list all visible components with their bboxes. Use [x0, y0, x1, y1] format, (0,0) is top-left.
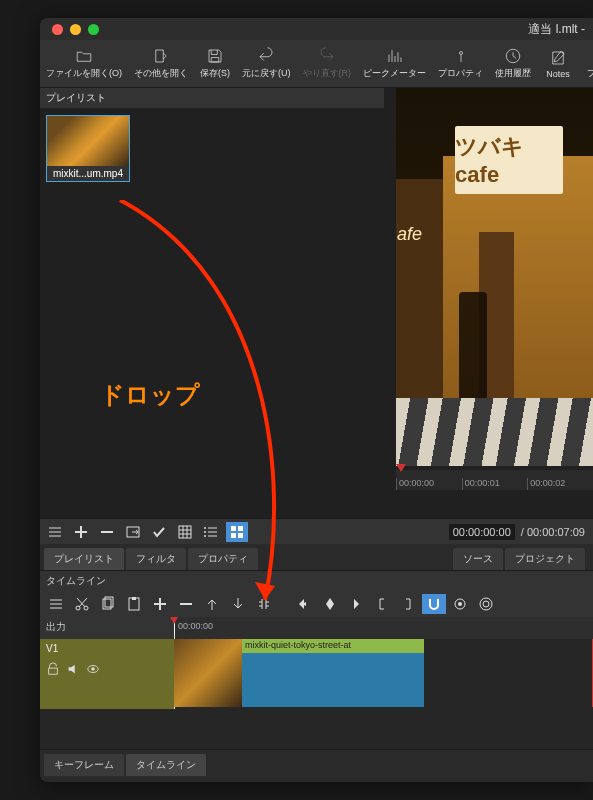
- svg-point-20: [480, 598, 492, 610]
- tab-keyframe[interactable]: キーフレーム: [44, 754, 124, 776]
- open-other-button[interactable]: その他を開く: [128, 40, 194, 87]
- peak-meter-button[interactable]: ピークメーター: [357, 40, 432, 87]
- svg-point-22: [91, 667, 95, 671]
- playlist-item[interactable]: mixkit...um.mp4: [46, 115, 130, 182]
- playhead-icon[interactable]: [396, 464, 406, 472]
- bracket-in-icon[interactable]: [370, 594, 394, 614]
- current-timecode[interactable]: 00:00:00:00: [449, 524, 515, 540]
- svg-rect-7: [231, 526, 236, 531]
- tab-source[interactable]: ソース: [453, 548, 503, 570]
- marker-icon[interactable]: [318, 594, 342, 614]
- playlist-item-name: mixkit...um.mp4: [47, 166, 129, 181]
- preview-sign: ツバキcafe: [455, 126, 563, 194]
- titlebar: 適当 l.mlt -: [40, 18, 593, 40]
- total-timecode: / 00:00:07:09: [521, 526, 585, 538]
- notes-button[interactable]: Notes: [537, 40, 579, 87]
- history-button[interactable]: 使用履歴: [489, 40, 537, 87]
- playlist-thumbnail: [47, 116, 129, 166]
- output-label: 出力: [40, 617, 174, 639]
- properties-button[interactable]: プロパティ: [432, 40, 489, 87]
- svg-point-18: [458, 602, 462, 606]
- playlist-panel[interactable]: mixkit...um.mp4 ドロップ: [40, 109, 384, 518]
- svg-point-19: [483, 601, 489, 607]
- playlist-toolbar-button[interactable]: プレイ: [579, 40, 593, 87]
- mute-icon[interactable]: [66, 662, 80, 676]
- ripple-icon[interactable]: [474, 594, 498, 614]
- tab-project[interactable]: プロジェクト: [505, 548, 585, 570]
- tab-playlist[interactable]: プレイリスト: [44, 548, 124, 570]
- open-file-button[interactable]: ファイルを開く(O): [40, 40, 128, 87]
- svg-rect-9: [231, 533, 236, 538]
- redo-button[interactable]: やり直す(R): [297, 40, 358, 87]
- maximize-window[interactable]: [88, 24, 99, 35]
- svg-point-6: [204, 535, 206, 537]
- list-view-button[interactable]: [200, 522, 222, 542]
- clip-label: mixkit-quiet-tokyo-street-at: [242, 639, 424, 653]
- clip-thumbnail: [174, 639, 242, 707]
- tab-properties[interactable]: プロパティ: [188, 548, 258, 570]
- minimize-window[interactable]: [70, 24, 81, 35]
- marker-prev-icon[interactable]: [292, 594, 316, 614]
- track-header[interactable]: V1: [40, 639, 174, 709]
- preview-monitor[interactable]: afe ツバキcafe: [396, 88, 593, 466]
- copy-icon[interactable]: [96, 594, 120, 614]
- timeline-toolbar: [40, 591, 593, 617]
- svg-point-4: [204, 527, 206, 529]
- svg-rect-8: [238, 526, 243, 531]
- svg-point-0: [459, 52, 462, 55]
- timeline-remove-button[interactable]: [174, 594, 198, 614]
- timeline-title: タイムライン: [40, 570, 593, 591]
- menu-icon[interactable]: [44, 522, 66, 542]
- playlist-panel-title: プレイリスト: [40, 88, 384, 109]
- close-window[interactable]: [52, 24, 63, 35]
- tab-timeline[interactable]: タイムライン: [126, 754, 206, 776]
- undo-button[interactable]: 元に戻す(U): [236, 40, 297, 87]
- lock-icon[interactable]: [46, 662, 60, 676]
- timeline-ruler[interactable]: 00:00:00: [174, 617, 593, 639]
- save-button[interactable]: 保存(S): [194, 40, 236, 87]
- snap-icon[interactable]: [422, 594, 446, 614]
- drop-annotation: ドロップ: [100, 379, 200, 411]
- timeline-add-button[interactable]: [148, 594, 172, 614]
- check-button[interactable]: [148, 522, 170, 542]
- grid-view-button[interactable]: [174, 522, 196, 542]
- cut-icon[interactable]: [70, 594, 94, 614]
- preview-ruler[interactable]: 00:00:00 00:00:01 00:00:02: [396, 470, 593, 490]
- tile-view-button[interactable]: [226, 522, 248, 542]
- main-toolbar: ファイルを開く(O) その他を開く 保存(S) 元に戻す(U) やり直す(R) …: [40, 40, 593, 88]
- scrub-icon[interactable]: [448, 594, 472, 614]
- svg-point-5: [204, 531, 206, 533]
- svg-rect-3: [179, 526, 191, 538]
- timecode-display: 00:00:00:00 / 00:00:07:09: [441, 524, 593, 540]
- timeline-clip[interactable]: mixkit-quiet-tokyo-street-at: [174, 639, 424, 707]
- bracket-out-icon[interactable]: [396, 594, 420, 614]
- remove-button[interactable]: [96, 522, 118, 542]
- tab-filter[interactable]: フィルタ: [126, 548, 186, 570]
- lift-button[interactable]: [200, 594, 224, 614]
- add-button[interactable]: [70, 522, 92, 542]
- insert-button[interactable]: [122, 522, 144, 542]
- timeline-tracks[interactable]: 00:00:00 mixkit-quiet-tokyo-street-at: [174, 617, 593, 709]
- svg-rect-16: [132, 597, 136, 600]
- svg-rect-10: [238, 533, 243, 538]
- track-name: V1: [46, 643, 168, 654]
- marker-next-icon[interactable]: [344, 594, 368, 614]
- split-icon[interactable]: [252, 594, 276, 614]
- paste-icon[interactable]: [122, 594, 146, 614]
- window-title: 適当 l.mlt -: [528, 21, 585, 38]
- hide-icon[interactable]: [86, 662, 100, 676]
- overwrite-button[interactable]: [226, 594, 250, 614]
- timeline-menu-icon[interactable]: [44, 594, 68, 614]
